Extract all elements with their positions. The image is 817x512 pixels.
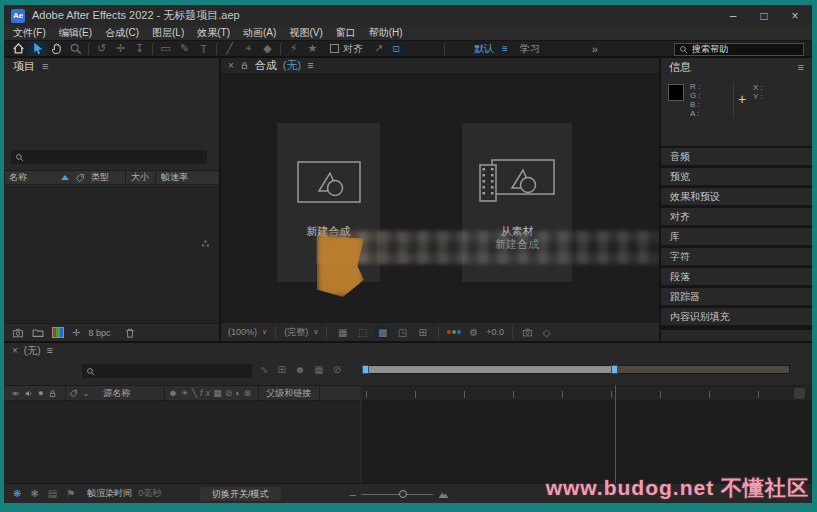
grid-guides-icon[interactable]: ▦ bbox=[335, 326, 350, 339]
view-layout-icon[interactable]: ⊞ bbox=[415, 326, 430, 339]
puppet-pin-tool-button[interactable]: ★ bbox=[303, 41, 322, 56]
audio-speaker-icon[interactable] bbox=[24, 389, 33, 398]
draft-3d-icon[interactable]: ⊞ bbox=[277, 364, 285, 375]
panel-effects-presets[interactable]: 效果和预设 bbox=[661, 188, 812, 207]
sort-ascending-icon[interactable] bbox=[61, 175, 69, 180]
snapshot-flake-icon[interactable]: ✱ bbox=[30, 488, 38, 499]
new-folder-icon[interactable] bbox=[32, 327, 44, 339]
snap-scale-icon[interactable]: ↗ bbox=[369, 41, 388, 56]
interpret-footage-icon[interactable] bbox=[12, 327, 24, 339]
video-eye-icon[interactable] bbox=[11, 389, 20, 398]
timeline-navigator[interactable] bbox=[362, 365, 790, 374]
snap-options-icon[interactable]: ⊡ bbox=[388, 42, 404, 56]
column-size[interactable]: 大小 bbox=[131, 171, 155, 184]
hide-shy-icon[interactable]: ☻ bbox=[295, 364, 306, 375]
flag-icon[interactable]: ⚑ bbox=[66, 488, 75, 499]
home-button[interactable] bbox=[9, 41, 28, 56]
info-panel-menu-icon[interactable]: ≡ bbox=[798, 62, 804, 73]
exposure-value[interactable]: +0.0 bbox=[486, 327, 504, 337]
maximize-button[interactable]: □ bbox=[749, 5, 779, 26]
clone-stamp-tool-button[interactable]: ⌖ bbox=[239, 41, 258, 56]
panel-preview[interactable]: 预览 bbox=[661, 168, 812, 187]
menu-window[interactable]: 窗口 bbox=[336, 26, 356, 40]
menu-file[interactable]: 文件(F) bbox=[13, 26, 46, 40]
new-composition-icon[interactable] bbox=[52, 327, 64, 338]
minimize-button[interactable]: – bbox=[718, 5, 748, 26]
zoom-slider-knob[interactable] bbox=[399, 490, 407, 498]
panel-content-aware-fill[interactable]: 内容识别填充 bbox=[661, 308, 812, 327]
snap-checkbox[interactable] bbox=[330, 44, 339, 53]
pen-tool-button[interactable]: ✎ bbox=[175, 41, 194, 56]
rotate-tool-button[interactable]: ↺ bbox=[92, 41, 111, 56]
zoom-slider-track[interactable] bbox=[361, 494, 433, 495]
menu-layer[interactable]: 图层(L) bbox=[152, 26, 184, 40]
project-panel-menu-icon[interactable]: ≡ bbox=[42, 61, 48, 72]
composition-tab[interactable]: 合成 bbox=[255, 58, 277, 73]
motion-blur-icon[interactable]: ⊘ bbox=[333, 364, 341, 375]
frame-blend-icon[interactable]: ▦ bbox=[314, 364, 323, 375]
more-workspaces-icon[interactable]: » bbox=[592, 43, 598, 55]
menu-view[interactable]: 视图(V) bbox=[289, 26, 322, 40]
menu-composition[interactable]: 合成(C) bbox=[105, 26, 139, 40]
project-item-list[interactable] bbox=[4, 186, 219, 322]
navigator-end-handle[interactable] bbox=[611, 365, 618, 374]
panel-tracker[interactable]: 跟踪器 bbox=[661, 288, 812, 307]
track-area[interactable] bbox=[362, 401, 812, 483]
snapshot-camera-icon[interactable] bbox=[521, 327, 534, 338]
project-panel-tab[interactable]: 项目 bbox=[13, 59, 35, 74]
help-search-input[interactable]: 搜索帮助 bbox=[674, 43, 804, 56]
zoom-out-icon[interactable]: – bbox=[350, 489, 356, 500]
brush-tool-button[interactable]: ╱ bbox=[220, 41, 239, 56]
rectangle-tool-button[interactable]: ▭ bbox=[156, 41, 175, 56]
column-name[interactable]: 名称 bbox=[9, 171, 61, 184]
playhead-line[interactable] bbox=[615, 385, 616, 483]
layer-number-sort-icon[interactable]: ⌄ bbox=[82, 389, 89, 398]
mask-visibility-icon[interactable]: ◳ bbox=[395, 326, 410, 339]
project-settings-icon[interactable]: ✛ bbox=[72, 327, 80, 338]
bit-depth-label[interactable]: 8 bpc bbox=[88, 328, 110, 338]
timeline-zoom-slider[interactable]: – bbox=[350, 488, 462, 500]
panel-libraries[interactable]: 库 bbox=[661, 228, 812, 247]
menu-edit[interactable]: 编辑(E) bbox=[59, 26, 92, 40]
menu-effect[interactable]: 效果(T) bbox=[197, 26, 230, 40]
lock-icon[interactable] bbox=[240, 61, 249, 70]
layer-switches-icons[interactable]: ☻☀╲fx▦⊘◐⊗ bbox=[168, 388, 254, 398]
roto-brush-tool-button[interactable]: ⚡ bbox=[284, 41, 303, 56]
region-of-interest-icon[interactable]: ⬚ bbox=[355, 326, 370, 339]
panel-align[interactable]: 对齐 bbox=[661, 208, 812, 227]
timeline-panel-menu-icon[interactable]: ≡ bbox=[47, 345, 53, 356]
resolution-dropdown[interactable]: (完整) bbox=[284, 326, 308, 339]
resolution-gear-icon[interactable]: ⚙ bbox=[466, 326, 481, 339]
show-snapshot-icon[interactable]: ◇ bbox=[539, 326, 554, 339]
column-framerate[interactable]: 帧速率 bbox=[161, 171, 188, 184]
tab-close-icon[interactable]: × bbox=[12, 345, 18, 356]
timeline-tab[interactable]: (无) bbox=[24, 344, 41, 358]
source-name-column[interactable]: 源名称 bbox=[103, 387, 130, 400]
pan-behind-tool-button[interactable]: ↧ bbox=[130, 41, 149, 56]
magnification-dropdown[interactable]: (100%) bbox=[228, 327, 257, 337]
toggle-switches-modes-button[interactable]: 切换开关/模式 bbox=[200, 487, 281, 501]
label-color-icon[interactable] bbox=[75, 173, 85, 183]
trash-icon[interactable] bbox=[124, 327, 136, 339]
project-search-input[interactable] bbox=[11, 150, 207, 164]
label-color-icon[interactable] bbox=[69, 389, 78, 398]
eraser-tool-button[interactable]: ◆ bbox=[258, 41, 277, 56]
workspace-menu-icon[interactable]: ≡ bbox=[502, 43, 508, 54]
column-type[interactable]: 类型 bbox=[91, 171, 125, 184]
unified-camera-tool-button[interactable]: ✛ bbox=[111, 41, 130, 56]
render-graph-icon[interactable]: ❋ bbox=[13, 488, 21, 499]
hand-tool-button[interactable] bbox=[47, 41, 66, 56]
tab-close-icon[interactable]: × bbox=[228, 60, 234, 71]
layer-list-area[interactable] bbox=[4, 401, 360, 483]
mini-flowchart-icon[interactable]: ∿ bbox=[260, 364, 268, 375]
channel-icon[interactable] bbox=[447, 330, 461, 334]
info-panel-tab[interactable]: 信息 bbox=[669, 60, 691, 75]
workspace-default-tab[interactable]: 默认 bbox=[474, 42, 494, 56]
menu-animation[interactable]: 动画(A) bbox=[243, 26, 276, 40]
menu-help[interactable]: 帮助(H) bbox=[369, 26, 403, 40]
panel-paragraph[interactable]: 段落 bbox=[661, 268, 812, 287]
composition-panel-menu-icon[interactable]: ≡ bbox=[307, 60, 313, 71]
transparency-grid-icon[interactable]: ▩ bbox=[375, 326, 390, 339]
type-tool-button[interactable]: T bbox=[194, 41, 213, 56]
navigator-start-handle[interactable] bbox=[362, 365, 369, 374]
